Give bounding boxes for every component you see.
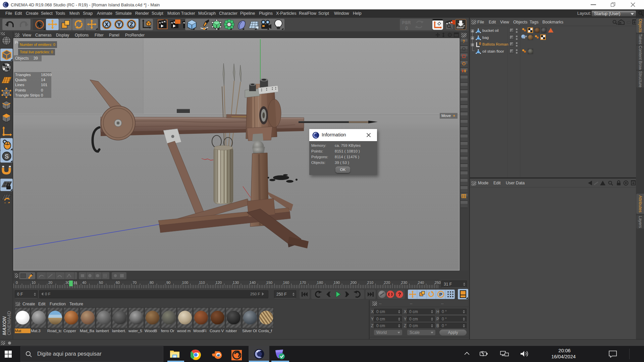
- svg-text:0: 0: [479, 42, 481, 46]
- svg-text:P: P: [439, 292, 442, 297]
- svg-text:S: S: [5, 153, 9, 160]
- svg-text:Y: Y: [117, 21, 121, 28]
- svg-text:X: X: [105, 21, 109, 28]
- svg-text:Z: Z: [130, 21, 133, 28]
